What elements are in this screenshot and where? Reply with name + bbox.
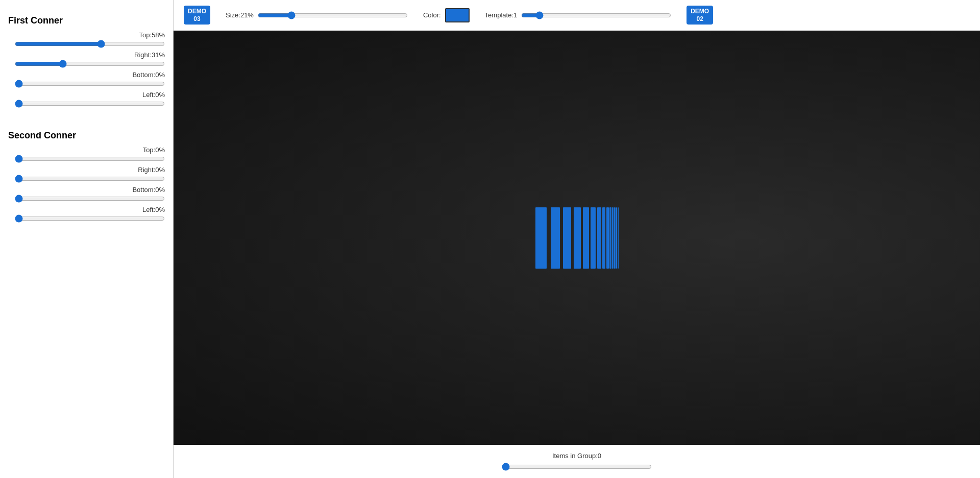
barcode-bar	[583, 207, 589, 269]
first-conner-title: First Conner	[8, 15, 165, 26]
demo03-line2: 03	[188, 15, 206, 22]
barcode-bar	[551, 207, 560, 269]
canvas-area	[174, 31, 980, 445]
main-area: DEMO 03 Size:21% Color: Template:1 DEMO …	[174, 0, 980, 478]
color-control: Color:	[423, 8, 470, 22]
barcode-bar	[614, 207, 616, 269]
first-conner-left-slider[interactable]	[15, 100, 165, 108]
second-conner-top-row: Top:0%	[8, 146, 165, 163]
second-conner-top-slider[interactable]	[15, 155, 165, 163]
topbar: DEMO 03 Size:21% Color: Template:1 DEMO …	[174, 0, 980, 31]
barcode-bar	[574, 207, 581, 269]
second-conner-bottom-label: Bottom:0%	[132, 186, 165, 194]
items-label: Items in Group:0	[552, 452, 601, 460]
barcode-bar	[602, 207, 605, 269]
barcode-bar	[616, 207, 617, 269]
color-swatch[interactable]	[445, 8, 470, 22]
second-conner-left-label: Left:0%	[142, 206, 165, 213]
demo02-line2: 02	[691, 15, 709, 22]
first-conner-right-label: Right:31%	[134, 51, 165, 59]
demo03-line1: DEMO	[188, 8, 206, 15]
barcode-bar	[563, 207, 571, 269]
first-conner-right-row: Right:31%	[8, 51, 165, 68]
barcode-bar	[535, 207, 547, 269]
barcode-bar	[597, 207, 601, 269]
first-conner-top-row: Top:58%	[8, 31, 165, 48]
first-conner-bottom-slider[interactable]	[15, 80, 165, 88]
first-conner-top-label: Top:58%	[139, 31, 165, 39]
first-conner-left-label: Left:0%	[142, 91, 165, 99]
second-conner-right-label: Right:0%	[138, 166, 165, 174]
barcode-bar	[612, 207, 614, 269]
template-slider[interactable]	[521, 11, 671, 19]
bottombar: Items in Group:0	[174, 445, 980, 478]
items-slider[interactable]	[502, 463, 652, 471]
first-conner-right-slider[interactable]	[15, 60, 165, 68]
second-conner-section: Second Conner Top:0% Right:0% Bottom:0% …	[8, 125, 165, 226]
barcode-bar	[618, 207, 619, 269]
size-control: Size:21%	[226, 11, 408, 19]
first-conner-bottom-label: Bottom:0%	[132, 71, 165, 79]
demo03-badge: DEMO 03	[184, 6, 210, 25]
barcode-bar	[591, 207, 596, 269]
second-conner-bottom-slider[interactable]	[15, 195, 165, 203]
barcode-bar	[606, 207, 609, 269]
first-conner-bottom-row: Bottom:0%	[8, 71, 165, 88]
barcode-bar	[609, 207, 611, 269]
second-conner-bottom-row: Bottom:0%	[8, 186, 165, 203]
first-conner-left-row: Left:0%	[8, 91, 165, 108]
second-conner-title: Second Conner	[8, 130, 165, 141]
second-conner-left-slider[interactable]	[15, 214, 165, 223]
template-label: Template:1	[485, 11, 518, 19]
demo02-badge: DEMO 02	[687, 6, 713, 25]
first-conner-section: First Conner Top:58% Right:31% Bottom:0%…	[8, 10, 165, 111]
demo02-line1: DEMO	[691, 8, 709, 15]
second-conner-top-label: Top:0%	[143, 146, 165, 154]
size-slider[interactable]	[258, 11, 408, 19]
second-conner-left-row: Left:0%	[8, 206, 165, 223]
second-conner-right-row: Right:0%	[8, 166, 165, 183]
color-label: Color:	[423, 11, 441, 19]
template-control: Template:1	[485, 11, 672, 19]
second-conner-right-slider[interactable]	[15, 175, 165, 183]
sidebar: First Conner Top:58% Right:31% Bottom:0%…	[0, 0, 174, 478]
size-label: Size:21%	[226, 11, 254, 19]
barcode-visual	[535, 207, 619, 269]
first-conner-top-slider[interactable]	[15, 40, 165, 48]
